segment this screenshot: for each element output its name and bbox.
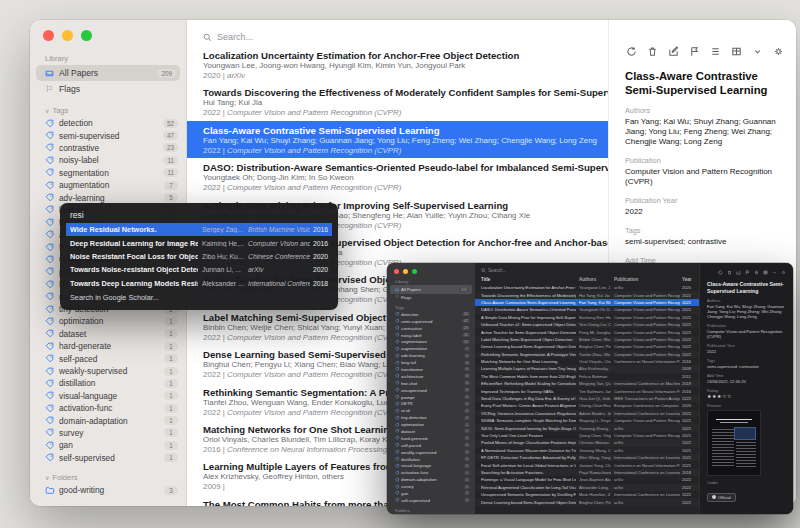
sidebar-item-tag[interactable]: prompt 2: [387, 394, 475, 401]
quick-search-result-row[interactable]: Towards Deep Learning Models Resista... …: [66, 277, 332, 290]
paper-row[interactable]: DASO: Distribution-Aware Semantics-Orien…: [187, 158, 639, 195]
edit-icon[interactable]: [668, 46, 679, 57]
sidebar-item-flags[interactable]: ⚐ Flags: [387, 294, 475, 301]
sidebar-item-tag[interactable]: semi-supervised 47: [387, 318, 475, 325]
trash-icon[interactable]: [647, 46, 658, 57]
sidebar-item-tag[interactable]: self-supervised 1: [30, 452, 186, 464]
sidebar-item-tag[interactable]: dataset 1: [387, 428, 475, 435]
table-row[interactable]: Learning Multiple Layers of Features fro…: [475, 365, 699, 372]
chevron-down-icon[interactable]: [772, 270, 777, 275]
close-button[interactable]: [394, 269, 399, 274]
paper-row[interactable]: Towards Discovering the Effectiveness of…: [187, 83, 639, 120]
sidebar-item-tag[interactable]: few-shot 3: [387, 380, 475, 387]
sidebar-item-tag[interactable]: domain-adaptation 1: [387, 476, 475, 483]
gear-icon[interactable]: [781, 270, 786, 275]
table-row[interactable]: Class-Aware Contrastive Semi-Supervised …: [475, 299, 699, 306]
quick-search-result-row[interactable]: Deep Residual Learning for Image Reco...…: [66, 236, 332, 249]
table-row[interactable]: The Most Common Habits from more than 20…: [475, 373, 699, 380]
trash-icon[interactable]: [727, 270, 732, 275]
sidebar-item-tag[interactable]: long-tail 4: [387, 359, 475, 366]
table-row[interactable]: A Simple Data Mixing Prior for Improving…: [475, 314, 699, 321]
sidebar-item-tag[interactable]: detection 52: [387, 311, 475, 318]
sidebar-item-tag[interactable]: architecture 3: [387, 373, 475, 380]
sidebar-item-tag[interactable]: segmentation 11: [30, 167, 186, 179]
quick-search-result-row[interactable]: Wide Residual Networks. Sergey Zag... Br…: [66, 223, 332, 236]
sidebar-item-tag[interactable]: noisy-label 11: [387, 332, 475, 339]
sidebar-item-tag[interactable]: contrastive 23: [387, 325, 475, 332]
edit-icon[interactable]: [736, 270, 741, 275]
sidebar-item-flags[interactable]: ⚐ Flags: [36, 81, 180, 97]
table-row[interactable]: EfficientNet: Rethinking Model Scaling f…: [475, 380, 699, 387]
sidebar-item-tag[interactable]: visual-language 1: [387, 462, 475, 469]
sidebar-item-tag[interactable]: weakly-supervised 1: [387, 449, 475, 456]
preview-thumbnail[interactable]: [707, 410, 761, 476]
table-row[interactable]: Searching for Activation Functions. Praj…: [475, 469, 699, 476]
column-year[interactable]: Year: [682, 277, 696, 282]
sidebar-item-tag[interactable]: weakly-supervised 1: [30, 365, 186, 377]
sync-icon[interactable]: [718, 270, 723, 275]
sidebar-item-tag[interactable]: semi-supervised 47: [30, 129, 186, 141]
sidebar-item-tag[interactable]: adv-learning 5: [387, 352, 475, 359]
sidebar-item-tag[interactable]: distillation 1: [30, 377, 186, 389]
sidebar-item-tag[interactable]: self-supervised 1: [387, 497, 475, 504]
paper-row[interactable]: Class-Aware Contrastive Semi-Supervised …: [187, 121, 639, 158]
paper-row[interactable]: Localization Uncertainty Estimation for …: [187, 46, 639, 83]
zoom-button[interactable]: [412, 269, 417, 274]
sidebar-item-tag[interactable]: gan 1: [387, 490, 475, 497]
quick-search-result-row[interactable]: Noise Resistant Focal Loss for Object D.…: [66, 250, 332, 263]
sidebar-item-tag[interactable]: augmentation 7: [387, 345, 475, 352]
table-row[interactable]: You Only Look One-Level Feature Qiang Ch…: [475, 432, 699, 439]
rating-stars[interactable]: ★★★☆☆: [707, 393, 786, 399]
official-code-badge[interactable]: Official: [707, 493, 736, 502]
sidebar-item-tag[interactable]: optimization 1: [387, 421, 475, 428]
sidebar-item-tag[interactable]: activation-func 1: [30, 402, 186, 414]
table-row[interactable]: Dense Learning based Semi-Supervised Obj…: [475, 343, 699, 350]
table-row[interactable]: Towards Discovering the Effectiveness of…: [475, 291, 699, 298]
table-row[interactable]: Dense Learning based Semi-Supervised Obj…: [475, 498, 699, 505]
sidebar-item-tag[interactable]: self-paced 1: [387, 442, 475, 449]
chevron-down-icon[interactable]: [752, 46, 763, 57]
list-view-icon[interactable]: [754, 270, 759, 275]
sidebar-item-tag[interactable]: re-id 2: [387, 407, 475, 414]
flag-icon[interactable]: [745, 270, 750, 275]
table-row[interactable]: VICReg: Variance-Invariance-Covariance R…: [475, 410, 699, 417]
folders-section-label[interactable]: ∨ Folders: [45, 473, 186, 482]
table-row[interactable]: Label Matching Semi-Supervised Object De…: [475, 336, 699, 343]
sidebar-item-tag[interactable]: noisy-label 11: [30, 154, 186, 166]
table-row[interactable]: Localization Uncertainty Estimation for …: [475, 284, 699, 291]
list-view-icon[interactable]: [710, 46, 721, 57]
table-view-icon[interactable]: [763, 270, 768, 275]
table-row[interactable]: Rethinking Semantic Segmentation: A Prot…: [475, 351, 699, 358]
sidebar-item-tag[interactable]: adv-learning 5: [30, 191, 186, 203]
quick-search-result-row[interactable]: Towards Noise-resistant Object Detecti..…: [66, 263, 332, 276]
table-row[interactable]: Small Data Challenges in Big Data Era: A…: [475, 395, 699, 402]
table-row[interactable]: Matching Networks for One Shot Learning.…: [475, 358, 699, 365]
table-row[interactable]: Retrieval Augmented Classification for L…: [475, 484, 699, 491]
sidebar-item-folder[interactable]: good-writing 3: [30, 484, 186, 496]
table-row[interactable]: S4OD: Semi-Supervised learning for Singl…: [475, 424, 699, 431]
table-row[interactable]: FP-DETR: Detection Transformer Advanced …: [475, 454, 699, 461]
quick-search-query[interactable]: resi: [70, 210, 328, 223]
table-row[interactable]: Unbiased Teacher v2: Semi-supervised Obj…: [475, 321, 699, 328]
sidebar-item-tag[interactable]: hard-generate 1: [387, 435, 475, 442]
sync-icon[interactable]: [626, 46, 637, 57]
table-row[interactable]: Active Teacher for Semi-Supervised Objec…: [475, 328, 699, 335]
table-row[interactable]: SIGMA: Semantic-complete Graph Matching …: [475, 417, 699, 424]
folders-section-label[interactable]: Folders: [395, 508, 475, 513]
column-publication[interactable]: Publication: [614, 277, 680, 282]
table-row[interactable]: Pooled Means of Image Classification Fea…: [475, 439, 699, 446]
table-view-icon[interactable]: [731, 46, 742, 57]
sidebar-item-tag[interactable]: optimization 1: [30, 315, 186, 327]
flag-icon[interactable]: [689, 46, 700, 57]
sidebar-item-tag[interactable]: self-paced 1: [30, 352, 186, 364]
sidebar-item-tag[interactable]: transformer 4: [387, 366, 475, 373]
column-authors[interactable]: Authors: [579, 277, 611, 282]
table-row[interactable]: DASO: Distribution-Aware Semantics-Orien…: [475, 306, 699, 313]
sidebar-item-tag[interactable]: distillation 1: [387, 456, 475, 463]
sidebar-item-tag[interactable]: survey 1: [387, 483, 475, 490]
sidebar-item-tag[interactable]: DETR 2: [387, 400, 475, 407]
sidebar-item-tag[interactable]: dataset 1: [30, 328, 186, 340]
tags-section-label[interactable]: Tags: [395, 305, 475, 310]
table-row[interactable]: Focal Self-attention for Local-Global In…: [475, 461, 699, 468]
close-button[interactable]: [43, 30, 54, 41]
